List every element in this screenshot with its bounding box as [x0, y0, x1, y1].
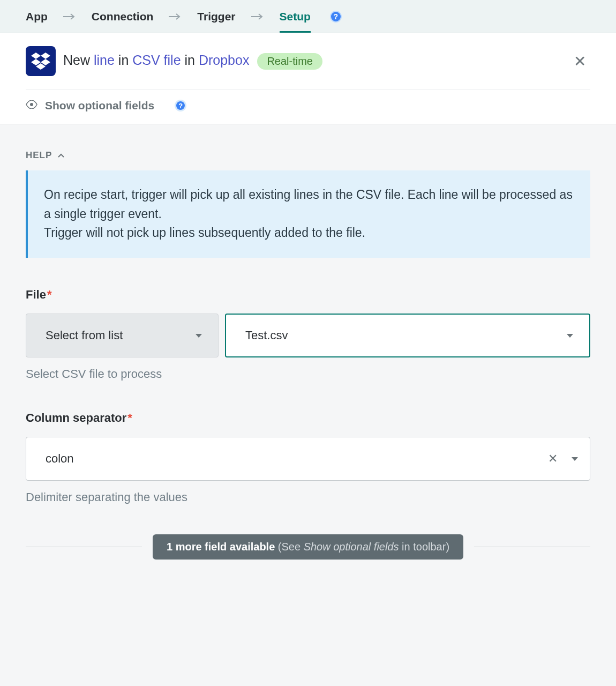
file-hint: Select CSV file to process [26, 367, 590, 381]
arrow-right-icon [168, 13, 182, 20]
column-separator-select[interactable]: colon ✕ [26, 437, 590, 481]
divider [26, 547, 142, 547]
arrow-right-icon [63, 13, 77, 20]
close-icon[interactable]: ✕ [569, 50, 590, 72]
chevron-up-icon [57, 150, 65, 161]
realtime-badge: Real-time [257, 53, 322, 70]
chevron-down-icon [570, 454, 579, 463]
help-icon[interactable]: ? [175, 100, 186, 111]
tab-setup[interactable]: Setup [280, 1, 311, 33]
help-box: On recipe start, trigger will pick up al… [26, 170, 590, 258]
column-separator-hint: Delimiter separating the values [26, 490, 590, 504]
svg-marker-4 [196, 334, 202, 338]
tab-app[interactable]: App [26, 1, 48, 33]
help-icon[interactable]: ? [330, 11, 342, 23]
chevron-down-icon [194, 331, 203, 340]
trigger-header: New line in CSV file in Dropbox Real-tim… [0, 33, 616, 124]
clear-icon[interactable]: ✕ [546, 450, 560, 468]
file-label: File [26, 288, 46, 301]
help-section-label: HELP [26, 150, 52, 161]
file-field: File* Select from list Test.csv Select C… [26, 288, 590, 381]
divider [474, 547, 590, 547]
more-fields-button[interactable]: 1 more field available (See Show optiona… [153, 534, 463, 560]
svg-marker-5 [567, 334, 573, 338]
trigger-title: New line in CSV file in Dropbox Real-tim… [63, 53, 562, 70]
svg-marker-6 [572, 457, 578, 461]
column-separator-field: Column separator* colon ✕ Delimiter sepa… [26, 411, 590, 504]
dropbox-icon [26, 46, 56, 76]
svg-point-3 [30, 103, 33, 106]
required-indicator: * [47, 288, 52, 301]
file-input-mode-select[interactable]: Select from list [26, 314, 219, 357]
chevron-down-icon [566, 331, 574, 340]
tab-connection[interactable]: Connection [92, 1, 154, 33]
step-tabs: App Connection Trigger Setup ? [0, 0, 616, 33]
arrow-right-icon [251, 13, 265, 20]
column-separator-label: Column separator [26, 411, 126, 424]
required-indicator: * [127, 411, 132, 424]
tab-trigger[interactable]: Trigger [197, 1, 235, 33]
eye-icon [26, 100, 37, 111]
help-section-toggle[interactable]: HELP [26, 150, 590, 161]
file-value-select[interactable]: Test.csv [225, 314, 590, 357]
show-optional-fields-button[interactable]: Show optional fields [45, 99, 154, 112]
